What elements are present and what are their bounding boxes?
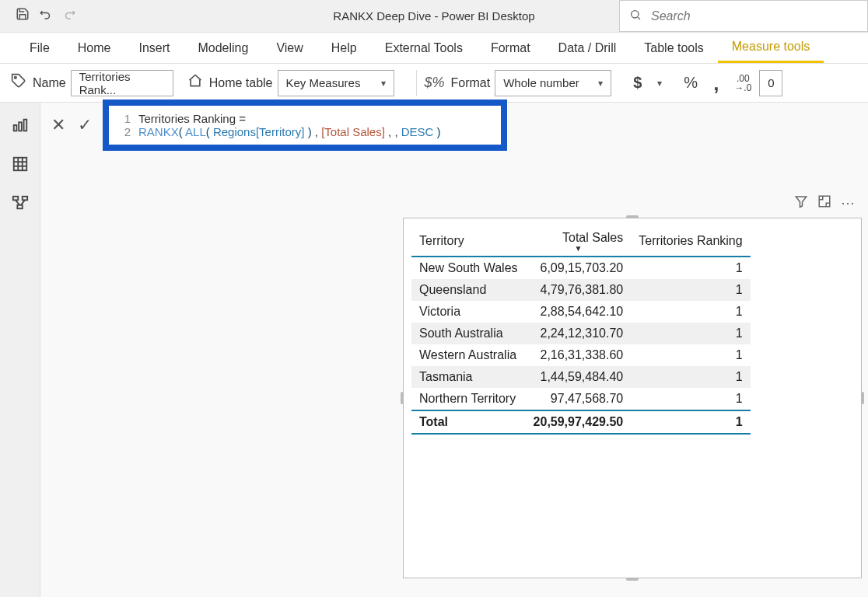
- data-table: Territory Total Sales ▼ Territories Rank…: [411, 226, 853, 435]
- table-row[interactable]: Queensland4,79,76,381.801: [411, 279, 751, 301]
- percent-format-button[interactable]: %: [676, 74, 705, 92]
- chevron-down-icon: ▾: [381, 78, 386, 89]
- menu-bar: File Home Insert Modeling View Help Exte…: [0, 33, 868, 64]
- data-view-icon[interactable]: [12, 155, 29, 177]
- name-label: Name: [33, 76, 66, 90]
- formula-bar[interactable]: 1 Territories Ranking = 2 RANKX( ALL( Re…: [103, 100, 507, 151]
- chevron-down-icon: ▾: [598, 78, 603, 89]
- menu-data-drill[interactable]: Data / Drill: [544, 33, 631, 63]
- thousands-separator-button[interactable]: ,: [705, 79, 726, 87]
- search-input[interactable]: [649, 9, 858, 24]
- svg-marker-16: [796, 197, 807, 208]
- menu-external-tools[interactable]: External Tools: [371, 33, 477, 63]
- search-box[interactable]: [619, 0, 868, 32]
- svg-point-0: [632, 10, 639, 17]
- table-header-row: Territory Total Sales ▼ Territories Rank…: [411, 226, 751, 257]
- measure-name-input[interactable]: Territories Rank...: [71, 70, 173, 96]
- window-title: RANKX Deep Dive - Power BI Desktop: [333, 9, 534, 23]
- svg-line-14: [16, 200, 19, 204]
- view-sidebar: [0, 103, 40, 597]
- menu-home[interactable]: Home: [64, 33, 125, 63]
- title-bar: RANKX Deep Dive - Power BI Desktop: [0, 0, 868, 33]
- save-icon[interactable]: [16, 7, 30, 25]
- table-row[interactable]: South Australia2,24,12,310.701: [411, 323, 751, 344]
- svg-line-15: [20, 200, 24, 204]
- resize-grip[interactable]: [861, 392, 864, 404]
- line-number: 2: [118, 125, 131, 138]
- svg-rect-5: [23, 120, 26, 131]
- col-total-sales[interactable]: Total Sales ▼: [526, 226, 632, 257]
- filter-icon[interactable]: [794, 194, 808, 212]
- resize-grip[interactable]: [626, 578, 639, 581]
- svg-line-1: [638, 17, 640, 19]
- svg-rect-6: [13, 158, 26, 171]
- format-select[interactable]: Whole number ▾: [495, 70, 611, 96]
- decrease-decimals-button[interactable]: .00→.0: [726, 74, 759, 93]
- svg-rect-17: [819, 196, 830, 207]
- separator: [416, 70, 417, 96]
- report-canvas[interactable]: ✕ ✓ 1 Territories Ranking = 2 RANKX( ALL…: [40, 103, 868, 597]
- col-territories-ranking[interactable]: Territories Ranking: [631, 226, 750, 257]
- table-row[interactable]: Western Australia2,16,31,338.601: [411, 344, 751, 366]
- ribbon-toolbar: Name Territories Rank... Home table Key …: [0, 64, 868, 103]
- search-icon: [629, 9, 642, 24]
- formula-line-2[interactable]: RANKX( ALL( Regions[Territory] ) , [Tota…: [138, 125, 441, 138]
- line-number: 1: [118, 112, 131, 125]
- formula-commit-button[interactable]: ✓: [78, 115, 92, 135]
- home-table-icon: [187, 73, 203, 93]
- formula-cancel-button[interactable]: ✕: [51, 115, 65, 135]
- menu-view[interactable]: View: [262, 33, 317, 63]
- model-view-icon[interactable]: [12, 194, 29, 216]
- menu-insert[interactable]: Insert: [124, 33, 184, 63]
- menu-help[interactable]: Help: [317, 33, 371, 63]
- svg-rect-11: [12, 197, 17, 201]
- decimals-input[interactable]: [759, 70, 782, 96]
- home-table-select[interactable]: Key Measures ▾: [278, 70, 394, 96]
- table-row[interactable]: Victoria2,88,54,642.101: [411, 301, 751, 323]
- formula-line-1[interactable]: Territories Ranking =: [138, 112, 246, 125]
- col-territory[interactable]: Territory: [411, 226, 526, 257]
- svg-rect-12: [22, 197, 26, 201]
- sort-desc-icon: ▼: [534, 246, 624, 251]
- resize-grip[interactable]: [401, 392, 404, 404]
- table-row[interactable]: Tasmania1,44,59,484.401: [411, 366, 751, 388]
- currency-format-button[interactable]: $: [625, 74, 649, 92]
- redo-icon[interactable]: [62, 7, 76, 25]
- table-row[interactable]: New South Wales6,09,15,703.201: [411, 257, 751, 279]
- table-row[interactable]: Northern Territory97,47,568.701: [411, 388, 751, 410]
- menu-table-tools[interactable]: Table tools: [630, 33, 718, 63]
- svg-rect-4: [19, 122, 22, 131]
- table-visual[interactable]: ⋯ Territory Total Sales ▼: [403, 218, 862, 578]
- report-view-icon[interactable]: [12, 117, 29, 138]
- tag-icon: [11, 73, 26, 93]
- more-options-icon[interactable]: ⋯: [841, 194, 855, 212]
- svg-rect-13: [17, 205, 22, 209]
- svg-rect-3: [13, 125, 16, 131]
- table-total-row: Total20,59,97,429.501: [411, 410, 751, 434]
- format-icon: $%: [425, 75, 445, 91]
- focus-mode-icon[interactable]: [817, 194, 831, 212]
- chevron-down-icon[interactable]: ▾: [657, 78, 662, 89]
- undo-icon[interactable]: [39, 7, 53, 25]
- resize-grip[interactable]: [626, 215, 639, 218]
- home-table-label: Home table: [209, 76, 273, 90]
- menu-format[interactable]: Format: [477, 33, 544, 63]
- format-label: Format: [451, 76, 491, 90]
- svg-point-2: [15, 77, 17, 79]
- menu-file[interactable]: File: [16, 33, 64, 63]
- menu-modeling[interactable]: Modeling: [184, 33, 262, 63]
- menu-measure-tools[interactable]: Measure tools: [718, 33, 824, 63]
